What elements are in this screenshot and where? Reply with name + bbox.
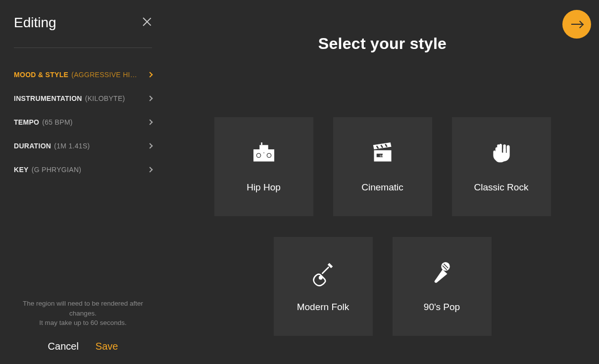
footer-actions: Cancel Save [14, 341, 152, 352]
main-panel: Select your style Hip Hop [166, 0, 599, 364]
arrow-right-icon [571, 24, 582, 25]
card-row: Modern Folk 90's Pop [274, 237, 492, 336]
menu-item-tempo[interactable]: Tempo (65 BPM) [14, 110, 152, 134]
menu-value: (KILOBYTE) [85, 94, 125, 102]
menu-value: (1M 1.41S) [54, 142, 90, 150]
svg-point-16 [319, 276, 322, 279]
menu-label: Instrumentation [14, 94, 82, 102]
menu-item-mood-style[interactable]: Mood & Style (AGGRESSIVE HIP H… [14, 63, 152, 87]
sidebar: Editing Mood & Style (AGGRESSIVE HIP H… … [0, 0, 166, 364]
chevron-right-icon [147, 95, 152, 101]
style-card-classic-rock[interactable]: Classic Rock [452, 117, 551, 216]
svg-point-5 [268, 154, 270, 156]
sidebar-menu: Mood & Style (AGGRESSIVE HIP H… Instrume… [14, 63, 152, 182]
svg-rect-1 [259, 145, 268, 149]
svg-text:54: 54 [379, 154, 383, 157]
divider [14, 47, 152, 48]
menu-label: Key [14, 166, 29, 174]
style-card-cinematic[interactable]: 54 Cinematic [333, 117, 432, 216]
menu-label: Duration [14, 142, 51, 150]
guitar-icon [309, 260, 337, 285]
chevron-right-icon [147, 167, 152, 172]
chevron-right-icon [147, 143, 152, 148]
style-card-90s-pop[interactable]: 90's Pop [393, 237, 492, 336]
footer-note-line1: The region will need to be rendered afte… [23, 300, 143, 317]
cancel-button[interactable]: Cancel [48, 341, 79, 352]
menu-label: Tempo [14, 118, 39, 126]
boombox-icon [250, 140, 278, 165]
close-icon[interactable] [142, 17, 152, 27]
menu-label: Mood & Style [14, 71, 68, 79]
page-title: Select your style [166, 35, 599, 53]
chevron-right-icon [147, 119, 152, 125]
card-label: Classic Rock [474, 182, 529, 193]
menu-value: (AGGRESSIVE HIP H… [71, 71, 138, 79]
svg-point-4 [257, 154, 259, 156]
microphone-icon [428, 260, 456, 285]
sidebar-header: Editing [14, 15, 152, 31]
menu-value: (G PHRYGIAN) [32, 166, 82, 174]
clapperboard-icon: 54 [369, 140, 397, 165]
style-cards: Hip Hop 54 Cinematic [166, 117, 599, 336]
card-row: Hip Hop 54 Cinematic [214, 117, 551, 216]
style-card-modern-folk[interactable]: Modern Folk [274, 237, 373, 336]
svg-rect-6 [262, 152, 265, 154]
footer-note: The region will need to be rendered afte… [14, 299, 152, 328]
card-label: Cinematic [361, 182, 403, 193]
menu-item-duration[interactable]: Duration (1M 1.41S) [14, 134, 152, 158]
next-button[interactable] [562, 10, 591, 39]
sidebar-title: Editing [14, 15, 56, 31]
rock-hand-icon [488, 140, 515, 165]
menu-item-key[interactable]: Key (G PHRYGIAN) [14, 158, 152, 182]
save-button[interactable]: Save [96, 341, 118, 352]
chevron-right-icon [147, 72, 152, 77]
menu-item-instrumentation[interactable]: Instrumentation (KILOBYTE) [14, 87, 152, 110]
card-label: Hip Hop [247, 182, 281, 193]
footer-note-line2: It may take up to 60 seconds. [39, 319, 126, 326]
menu-value: (65 BPM) [42, 118, 73, 126]
card-label: 90's Pop [424, 302, 460, 313]
style-card-hip-hop[interactable]: Hip Hop [214, 117, 313, 216]
svg-line-15 [322, 268, 328, 273]
card-label: Modern Folk [297, 302, 349, 313]
sidebar-footer: The region will need to be rendered afte… [14, 299, 152, 352]
